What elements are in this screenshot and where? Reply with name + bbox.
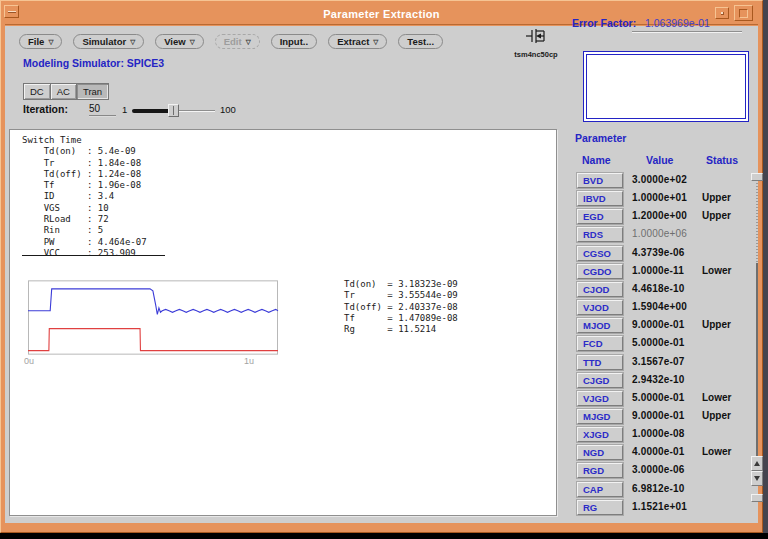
column-header-name: Name — [582, 154, 611, 166]
param-name-button-mjgd[interactable]: MJGD — [577, 409, 623, 424]
mode-button-ac[interactable]: AC — [50, 83, 76, 100]
param-value: 5.0000e-01 — [632, 392, 685, 403]
menu-arrow-icon: ▽ — [190, 38, 195, 45]
param-status-badge: Lower — [702, 392, 731, 403]
param-row-egd: EGD1.2000e+00Upper — [577, 209, 753, 225]
window-minimize-button[interactable] — [715, 7, 729, 19]
iteration-max-label: 100 — [220, 104, 236, 115]
param-name-button-xjgd[interactable]: XJGD — [577, 427, 623, 442]
window-maximize-button[interactable] — [734, 5, 753, 21]
param-name-button-cjgd[interactable]: CJGD — [577, 373, 623, 388]
param-name-button-ttd[interactable]: TTD — [577, 355, 623, 370]
param-value: 2.9432e-10 — [632, 374, 685, 385]
toolbar-button-input[interactable]: Input.. — [271, 34, 318, 49]
param-name-button-rds[interactable]: RDS — [577, 227, 623, 242]
param-name-button-rgd[interactable]: RGD — [577, 463, 623, 478]
analysis-mode-buttons: DCACTran — [23, 83, 109, 100]
param-row-mjod: MJOD9.0000e-01Upper — [577, 318, 753, 334]
column-header-status: Status — [706, 154, 738, 166]
param-row-rg: RG1.1521e+01 — [577, 500, 753, 516]
param-row-ttd: TTD3.1567e-07 — [577, 355, 753, 371]
param-value: 4.0000e-01 — [632, 446, 685, 457]
param-value: 1.2000e+00 — [632, 210, 687, 221]
param-name-button-cgso[interactable]: CGSO — [577, 246, 623, 261]
iteration-input[interactable]: 50 — [89, 103, 116, 117]
param-row-cap: CAP6.9812e-10 — [577, 482, 753, 498]
mode-button-dc[interactable]: DC — [23, 83, 50, 100]
error-factor-value: 1.063969e-01 — [645, 17, 710, 29]
toolbar-button-view[interactable]: View▽ — [155, 34, 203, 49]
error-factor-label: Error Factor: — [572, 17, 636, 29]
modeling-simulator-label: Modeling Simulator: SPICE3 — [23, 57, 164, 69]
window-content: File▽Simulator▽View▽Edit▽Input..Extract▽… — [5, 26, 758, 523]
param-row-ibvd: IBVD1.0000e+01Upper — [577, 191, 753, 207]
scroll-down-icon — [754, 476, 760, 481]
param-value: 9.0000e-01 — [632, 319, 685, 330]
param-name-button-bvd[interactable]: BVD — [577, 173, 623, 188]
param-row-fcd: FCD5.0000e-01 — [577, 336, 753, 352]
device-label: tsm4nc50cp — [505, 50, 567, 59]
screen: Parameter Extraction File▽Simulator▽View… — [0, 0, 768, 539]
iteration-slider-fill — [132, 109, 173, 113]
param-name-button-ibvd[interactable]: IBVD — [577, 191, 623, 206]
param-value: 1.1521e+01 — [632, 501, 687, 512]
param-name-button-mjod[interactable]: MJOD — [577, 318, 623, 333]
param-name-button-cgdo[interactable]: CGDO — [577, 264, 623, 279]
param-value: 4.4618e-10 — [632, 283, 685, 294]
window-menu-icon — [8, 11, 16, 13]
extraction-results-text: Td(on) = 3.18323e-09 Tr = 3.55544e-09 Td… — [344, 279, 458, 335]
param-value: 5.0000e-01 — [632, 337, 685, 348]
param-row-bvd: BVD3.0000e+02 — [577, 173, 753, 189]
param-value: 1.5904e+00 — [632, 301, 687, 312]
param-name-button-cjod[interactable]: CJOD — [577, 282, 623, 297]
x-axis-tick-label: 1u — [244, 356, 254, 366]
param-row-cgdo: CGDO1.0000e-11Lower — [577, 264, 753, 280]
mode-button-tran[interactable]: Tran — [76, 83, 109, 100]
param-status-badge: Upper — [702, 192, 731, 203]
iteration-label: Iteration: — [23, 103, 68, 115]
param-row-rgd: RGD3.0000e-06 — [577, 463, 753, 479]
scrollbar-track-upper[interactable] — [756, 183, 758, 263]
iteration-slider-handle[interactable] — [168, 104, 179, 117]
param-value: 6.9812e-10 — [632, 483, 685, 494]
maximize-icon — [739, 9, 748, 18]
column-header-value: Value — [646, 154, 673, 166]
switch-time-text: Switch Time Td(on) : 5.4e-09 Tr : 1.84e-… — [22, 135, 147, 259]
main-canvas: Switch Time Td(on) : 5.4e-09 Tr : 1.84e-… — [9, 129, 557, 516]
menu-arrow-icon: ▽ — [48, 38, 53, 45]
drain-current-waveform — [28, 329, 278, 351]
param-name-button-vjgd[interactable]: VJGD — [577, 391, 623, 406]
error-display-box — [583, 51, 749, 122]
param-row-cgso: CGSO4.3739e-06 — [577, 246, 753, 262]
param-row-xjgd: XJGD1.0000e-08 — [577, 427, 753, 443]
param-value: 1.0000e-11 — [632, 265, 684, 276]
menu-arrow-icon: ▽ — [373, 38, 378, 45]
param-name-button-ngd[interactable]: NGD — [577, 445, 623, 460]
param-name-button-egd[interactable]: EGD — [577, 209, 623, 224]
toolbar-button-file[interactable]: File▽ — [19, 34, 62, 49]
toolbar-button-simulator[interactable]: Simulator▽ — [73, 34, 144, 49]
param-value: 1.0000e+01 — [632, 192, 687, 203]
iteration-min-label: 1 — [122, 104, 127, 115]
param-value: 3.1567e-07 — [632, 356, 685, 367]
param-status-badge: Upper — [702, 319, 731, 330]
param-name-button-fcd[interactable]: FCD — [577, 336, 623, 351]
param-value: 1.0000e+06 — [632, 228, 687, 239]
scrollbar-top-anchor[interactable] — [751, 173, 763, 181]
scrollbar-bottom-anchor[interactable] — [751, 494, 763, 502]
scrollbar-track-lower[interactable] — [756, 263, 758, 456]
toolbar-button-extract[interactable]: Extract▽ — [328, 34, 387, 49]
param-value: 9.0000e-01 — [632, 410, 685, 421]
param-name-button-rg[interactable]: RG — [577, 500, 623, 515]
minimize-icon — [721, 12, 724, 15]
toolbar-button-test[interactable]: Test... — [398, 34, 443, 49]
param-name-button-cap[interactable]: CAP — [577, 482, 623, 497]
scrollbar-down-button[interactable] — [751, 471, 763, 486]
separator-line — [22, 255, 165, 256]
scrollbar-up-button[interactable] — [751, 456, 763, 471]
menu-arrow-icon: ▽ — [130, 38, 135, 45]
window-menu-button[interactable] — [4, 5, 19, 18]
param-name-button-vjod[interactable]: VJOD — [577, 300, 623, 315]
param-status-badge: Lower — [702, 446, 731, 457]
param-row-cjod: CJOD4.4618e-10 — [577, 282, 753, 298]
